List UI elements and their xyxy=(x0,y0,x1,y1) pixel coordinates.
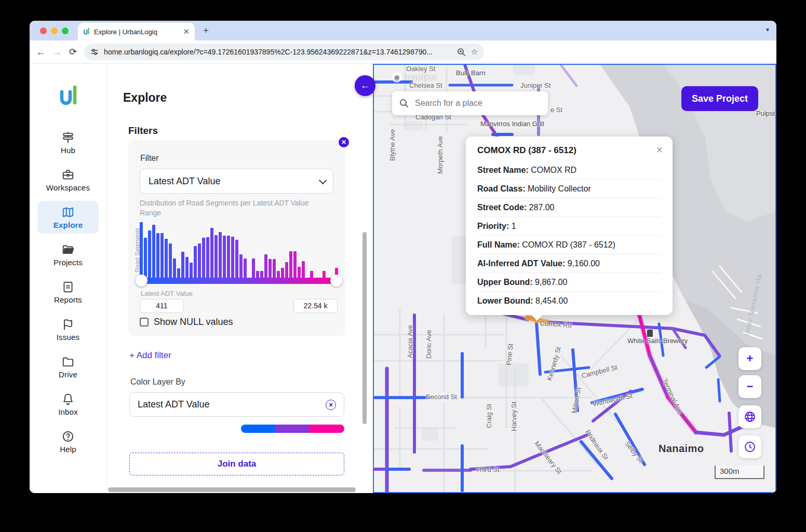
minimize-window-button[interactable] xyxy=(51,28,58,34)
sidebar-item-issues[interactable]: Issues xyxy=(37,313,99,346)
join-data-button[interactable]: Join data xyxy=(129,453,344,475)
panel-horizontal-scrollbar[interactable] xyxy=(108,487,356,492)
tab-close-icon[interactable]: ✕ xyxy=(183,27,190,36)
save-project-button[interactable]: Save Project xyxy=(681,86,758,111)
histogram-bar xyxy=(214,235,218,278)
back-icon[interactable]: ← xyxy=(36,47,45,58)
maximize-window-button[interactable] xyxy=(62,28,69,34)
histogram-bar xyxy=(173,258,176,278)
histogram-bar xyxy=(156,233,159,278)
folder-icon xyxy=(61,355,75,369)
app-content: Hub Workspaces Explore Projects Reports … xyxy=(30,64,776,493)
color-layer-label: Color Layer By xyxy=(130,377,185,387)
range-min-input[interactable]: 411 xyxy=(140,299,184,313)
window-controls xyxy=(40,28,69,34)
histogram-bar xyxy=(231,237,234,278)
history-button[interactable] xyxy=(738,435,761,458)
sidebar-label: Projects xyxy=(53,258,83,267)
remove-filter-icon[interactable]: ✕ xyxy=(339,137,349,147)
range-slider-min-handle[interactable] xyxy=(136,275,147,287)
sidebar-label: Workspaces xyxy=(46,183,90,192)
url-text: home.urbanlogiq.ca/explore/?c=49.1726160… xyxy=(104,48,452,56)
sidebar-item-inbox[interactable]: Inbox xyxy=(37,388,99,420)
zoom-out-button[interactable]: − xyxy=(738,375,761,398)
histogram-bar xyxy=(323,271,326,278)
histogram-bar xyxy=(185,257,189,278)
map-label: Acacia Ave xyxy=(406,325,414,358)
close-window-button[interactable] xyxy=(40,28,47,34)
filter-field-dropdown[interactable]: Latest ADT Value xyxy=(140,169,333,194)
color-layer-dropdown[interactable]: Latest ADT Value ✕ xyxy=(129,392,344,417)
browser-tab[interactable]: Explore | UrbanLogiq ✕ xyxy=(78,23,195,40)
map-scale: 300m xyxy=(715,466,764,479)
map-label: Chelsea St xyxy=(409,81,442,89)
histogram-bar xyxy=(165,239,168,278)
sidebar-item-drive[interactable]: Drive xyxy=(37,350,99,383)
histogram-bar xyxy=(252,258,255,278)
collapse-panel-button[interactable]: ← xyxy=(355,75,375,96)
histogram-bar xyxy=(152,225,155,278)
histogram-bar xyxy=(219,232,222,278)
reload-icon[interactable]: ⟳ xyxy=(69,46,77,58)
filter-field-value: Latest ADT Value xyxy=(149,176,220,187)
histogram-bar xyxy=(264,254,267,278)
url-bar[interactable]: home.urbanlogiq.ca/explore/?c=49.1726160… xyxy=(84,44,484,60)
clear-color-layer-icon[interactable]: ✕ xyxy=(326,400,336,410)
show-null-checkbox[interactable] xyxy=(140,318,149,326)
sidebar-label: Issues xyxy=(57,333,80,342)
sidebar-item-projects[interactable]: Projects xyxy=(37,238,99,271)
tab-search-chevron-icon[interactable]: ▾ xyxy=(766,26,769,33)
map-icon xyxy=(61,206,75,219)
zoom-page-icon[interactable] xyxy=(457,48,466,57)
zoom-in-button[interactable]: + xyxy=(738,347,761,370)
histogram-bar xyxy=(277,271,280,278)
range-slider-max-handle[interactable] xyxy=(330,275,342,287)
explore-panel: Explore Filters ✕ Filter Latest ADT Valu… xyxy=(106,64,373,493)
histogram-bar xyxy=(190,263,193,278)
map-label: White Sails Brewery xyxy=(627,337,688,345)
histogram-bar xyxy=(202,238,205,278)
histogram-bar xyxy=(281,268,284,278)
flag-icon xyxy=(61,318,75,331)
sidebar-item-explore[interactable]: Explore xyxy=(37,201,99,234)
show-null-row: Show NULL values xyxy=(140,317,233,328)
sidebar-item-workspaces[interactable]: Workspaces xyxy=(37,163,99,196)
histogram-bar xyxy=(285,262,288,278)
search-placeholder: Search for a place xyxy=(415,99,482,108)
add-filter-button[interactable]: + Add filter xyxy=(129,350,171,361)
popup-row: Upper Bound: 9,867.00 xyxy=(477,272,661,291)
bookmark-star-icon[interactable]: ☆ xyxy=(471,47,478,57)
urbanlogiq-favicon xyxy=(83,28,90,36)
histogram-bar xyxy=(293,251,297,278)
sidebar-item-help[interactable]: Help xyxy=(37,425,99,458)
histogram-bar xyxy=(235,240,238,278)
globe-button[interactable] xyxy=(738,405,761,428)
histogram-bar xyxy=(268,259,272,278)
map-search-box[interactable]: Search for a place xyxy=(392,91,548,115)
histogram-bar xyxy=(244,258,247,278)
panel-vertical-scrollbar[interactable] xyxy=(362,232,367,424)
clock-icon xyxy=(744,441,756,453)
histogram-bar xyxy=(310,271,313,278)
new-tab-button[interactable]: + xyxy=(203,25,209,36)
sidebar-label: Drive xyxy=(59,370,77,379)
show-null-label: Show NULL values xyxy=(154,317,233,328)
page-title: Explore xyxy=(123,91,167,105)
briefcase-icon xyxy=(61,168,75,182)
forward-icon[interactable]: → xyxy=(52,47,62,58)
histogram-bar xyxy=(256,271,259,278)
histogram-bar xyxy=(260,271,263,278)
popup-close-icon[interactable]: ✕ xyxy=(656,145,663,156)
browser-toolbar: ← → ⟳ home.urbanlogiq.ca/explore/?c=49.1… xyxy=(30,40,776,64)
popup-row: Road Class: Mobility Collector xyxy=(477,179,661,198)
map-label: Doric Ave xyxy=(425,330,433,359)
chevron-down-icon xyxy=(319,176,327,184)
sidebar-item-hub[interactable]: Hub xyxy=(37,126,99,159)
sidebar-item-reports[interactable]: Reports xyxy=(37,276,99,308)
site-settings-icon[interactable] xyxy=(90,48,99,56)
map-canvas[interactable]: Oakley StBulk BarnChelsea StJuniper Ste … xyxy=(373,64,776,493)
range-max-input[interactable]: 22.54 k xyxy=(293,299,338,313)
histogram-bar xyxy=(302,261,305,278)
sidebar-label: Hub xyxy=(61,146,75,155)
range-slider[interactable] xyxy=(140,278,338,284)
